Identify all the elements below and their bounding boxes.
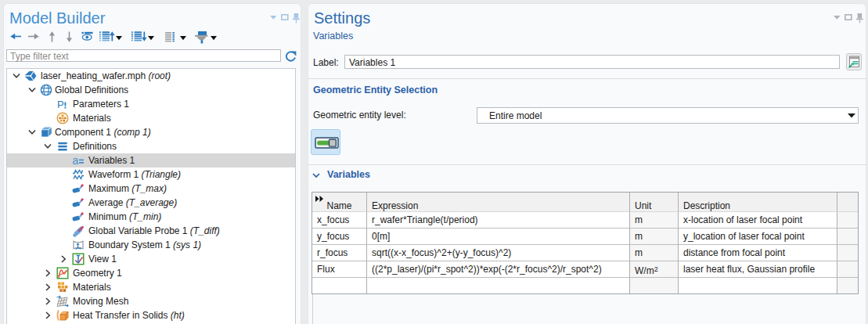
svg-text:a: a	[73, 154, 79, 167]
svg-text:P: P	[57, 99, 64, 110]
